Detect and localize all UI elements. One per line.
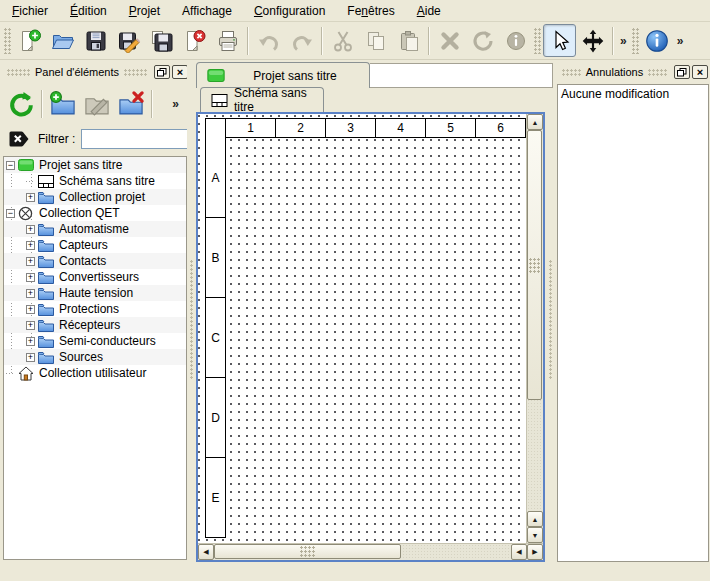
- tree-expander[interactable]: +: [26, 321, 35, 330]
- redo-icon: [290, 29, 314, 53]
- menu-configuration[interactable]: Configuration: [246, 2, 333, 20]
- copy-button[interactable]: [359, 24, 392, 57]
- menu-fenetres[interactable]: Fenêtres: [339, 2, 402, 20]
- save-button[interactable]: [79, 24, 112, 57]
- dock-grip[interactable]: [648, 69, 667, 76]
- clear-filter-button[interactable]: [8, 130, 30, 148]
- close-panel-button[interactable]: ×: [172, 65, 188, 79]
- tree-item-contacts[interactable]: + Contacts: [4, 253, 186, 269]
- toolbar-handle[interactable]: [632, 28, 639, 54]
- undo-list-item[interactable]: Aucune modification: [558, 85, 708, 103]
- dock-grip[interactable]: [7, 69, 30, 76]
- vertical-scroll-thumb[interactable]: [527, 130, 542, 400]
- toolbar-overflow-button[interactable]: »: [617, 34, 630, 48]
- tree-item-semi-conducteurs[interactable]: + Semi-conducteurs: [4, 333, 186, 349]
- menu-affichage[interactable]: Affichage: [174, 2, 240, 20]
- tree-item-recepteurs[interactable]: + Récepteurs: [4, 317, 186, 333]
- menu-fichier[interactable]: Fichier: [4, 2, 56, 20]
- close-document-icon: [183, 29, 207, 53]
- rotate-button[interactable]: [466, 24, 499, 57]
- print-button[interactable]: [211, 24, 244, 57]
- menu-aide[interactable]: Aide: [409, 2, 449, 20]
- toolbar-separator: [612, 27, 614, 55]
- filter-row: Filtrer :: [0, 124, 190, 154]
- scroll-down-button[interactable]: ▼: [527, 527, 543, 543]
- open-button[interactable]: [46, 24, 79, 57]
- information-button[interactable]: [499, 24, 532, 57]
- tree-item-sources[interactable]: + Sources: [4, 349, 186, 365]
- new-document-icon: [18, 29, 42, 53]
- tree-item-schema-sans-titre[interactable]: Schéma sans titre: [4, 173, 186, 189]
- tab-schema-sans-titre[interactable]: Schéma sans titre: [200, 87, 324, 112]
- scroll-right-button[interactable]: ▶: [527, 544, 543, 560]
- horizontal-scrollbar[interactable]: ◀ ◀ ▶: [198, 543, 543, 560]
- horizontal-scroll-thumb[interactable]: [214, 544, 401, 559]
- filter-input[interactable]: [81, 129, 189, 149]
- row-header: A: [211, 171, 219, 185]
- tree-expander[interactable]: −: [6, 161, 15, 170]
- undo-button[interactable]: [252, 24, 285, 57]
- close-icon: ×: [697, 67, 703, 77]
- right-splitter[interactable]: [545, 60, 557, 562]
- select-tool-button[interactable]: [543, 24, 576, 57]
- scroll-up-button[interactable]: ▲: [527, 511, 543, 527]
- panel-overflow-button[interactable]: »: [169, 97, 182, 111]
- new-category-button[interactable]: [46, 87, 80, 121]
- scroll-left-button[interactable]: ◀: [511, 544, 527, 560]
- reload-collections-button[interactable]: [4, 87, 38, 121]
- redo-button[interactable]: [285, 24, 318, 57]
- scroll-left-button[interactable]: ◀: [198, 544, 214, 560]
- toolbar-overflow-button[interactable]: »: [674, 34, 687, 48]
- dock-grip[interactable]: [562, 69, 581, 76]
- scroll-up-button[interactable]: ▲: [527, 114, 543, 130]
- close-panel-button[interactable]: ×: [692, 65, 708, 79]
- new-document-button[interactable]: [13, 24, 46, 57]
- left-splitter[interactable]: [187, 60, 196, 562]
- tree-expander[interactable]: +: [26, 337, 35, 346]
- save-as-button[interactable]: [112, 24, 145, 57]
- undo-panel-titlebar: Annulations ×: [557, 62, 708, 82]
- column-header: 5: [447, 121, 454, 135]
- diagram-view: 1 2 3 4 5 6 A B C D E ▲ ▲ ▼ ◀ ◀ ▶: [196, 112, 545, 562]
- delete-button[interactable]: [433, 24, 466, 57]
- dock-grip[interactable]: [124, 69, 147, 76]
- about-qet-button[interactable]: [641, 24, 674, 57]
- save-all-button[interactable]: [145, 24, 178, 57]
- tree-expander[interactable]: +: [26, 257, 35, 266]
- tree-item-protections[interactable]: + Protections: [4, 301, 186, 317]
- tab-projet-sans-titre[interactable]: Projet sans titre: [196, 62, 370, 88]
- float-panel-button[interactable]: [674, 65, 690, 79]
- tree-item-convertisseurs[interactable]: + Convertisseurs: [4, 269, 186, 285]
- tree-expander[interactable]: +: [26, 289, 35, 298]
- open-folder-icon: [51, 29, 75, 53]
- float-panel-button[interactable]: [154, 65, 170, 79]
- float-icon: [157, 68, 167, 77]
- edit-category-button[interactable]: [80, 87, 114, 121]
- tree-item-capteurs[interactable]: + Capteurs: [4, 237, 186, 253]
- tree-expander[interactable]: +: [26, 273, 35, 282]
- menu-projet[interactable]: Projet: [121, 2, 168, 20]
- undo-list: Aucune modification: [557, 84, 709, 562]
- close-document-button[interactable]: [178, 24, 211, 57]
- cut-button[interactable]: [326, 24, 359, 57]
- tree-expander[interactable]: −: [6, 209, 15, 218]
- tree-item-collection-projet[interactable]: + Collection projet: [4, 189, 186, 205]
- menu-edition[interactable]: Édition: [62, 2, 115, 20]
- move-tool-button[interactable]: [576, 24, 609, 57]
- toolbar-handle[interactable]: [4, 28, 11, 54]
- tree-expander[interactable]: +: [26, 305, 35, 314]
- tree-item-projet-sans-titre[interactable]: − Projet sans titre: [4, 157, 186, 173]
- diagram-canvas[interactable]: 1 2 3 4 5 6 A B C D E: [198, 114, 526, 543]
- tree-expander[interactable]: +: [26, 353, 35, 362]
- tree-expander[interactable]: +: [26, 241, 35, 250]
- vertical-scrollbar[interactable]: ▲ ▲ ▼: [526, 114, 543, 543]
- tree-expander[interactable]: +: [26, 225, 35, 234]
- paste-button[interactable]: [392, 24, 425, 57]
- toolbar-handle[interactable]: [534, 28, 541, 54]
- delete-category-button[interactable]: [114, 87, 148, 121]
- tree-expander[interactable]: +: [26, 193, 35, 202]
- tree-item-collection-qet[interactable]: − Collection QET: [4, 205, 186, 221]
- tree-item-haute-tension[interactable]: + Haute tension: [4, 285, 186, 301]
- tree-item-collection-utilisateur[interactable]: Collection utilisateur: [4, 365, 186, 381]
- tree-item-automatisme[interactable]: + Automatisme: [4, 221, 186, 237]
